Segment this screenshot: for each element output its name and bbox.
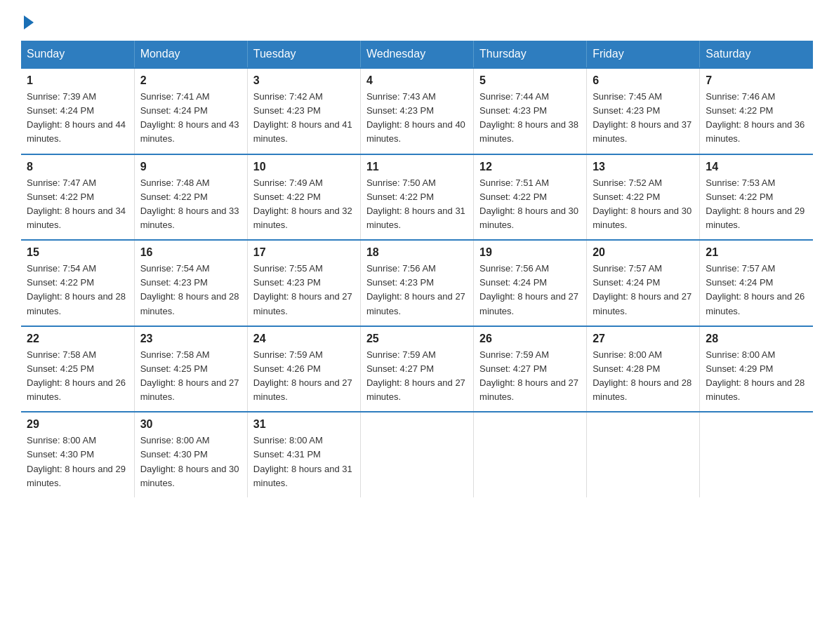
day-sun-info: Sunrise: 7:50 AMSunset: 4:22 PMDaylight:… bbox=[366, 176, 468, 233]
day-number: 14 bbox=[706, 161, 807, 173]
day-sun-info: Sunrise: 7:47 AMSunset: 4:22 PMDaylight:… bbox=[27, 176, 128, 233]
day-number: 13 bbox=[593, 161, 694, 173]
calendar-day-cell: 16Sunrise: 7:54 AMSunset: 4:23 PMDayligh… bbox=[134, 240, 247, 326]
day-number: 2 bbox=[140, 74, 241, 87]
day-number: 23 bbox=[140, 333, 241, 345]
day-of-week-header: Monday bbox=[134, 41, 247, 68]
day-of-week-header: Wednesday bbox=[360, 41, 473, 68]
calendar-day-cell: 4Sunrise: 7:43 AMSunset: 4:23 PMDaylight… bbox=[360, 68, 473, 154]
day-number: 25 bbox=[366, 333, 468, 345]
day-sun-info: Sunrise: 7:44 AMSunset: 4:23 PMDaylight:… bbox=[479, 90, 581, 147]
day-sun-info: Sunrise: 7:48 AMSunset: 4:22 PMDaylight:… bbox=[140, 176, 241, 233]
calendar-day-cell: 21Sunrise: 7:57 AMSunset: 4:24 PMDayligh… bbox=[700, 240, 813, 326]
day-sun-info: Sunrise: 8:00 AMSunset: 4:30 PMDaylight:… bbox=[140, 434, 241, 490]
day-number: 27 bbox=[593, 333, 694, 345]
calendar-table: SundayMondayTuesdayWednesdayThursdayFrid… bbox=[21, 41, 813, 497]
calendar-day-cell: 30Sunrise: 8:00 AMSunset: 4:30 PMDayligh… bbox=[134, 412, 247, 497]
calendar-day-cell: 26Sunrise: 7:59 AMSunset: 4:27 PMDayligh… bbox=[474, 326, 587, 412]
day-sun-info: Sunrise: 7:51 AMSunset: 4:22 PMDaylight:… bbox=[479, 176, 581, 233]
calendar-day-cell: 24Sunrise: 7:59 AMSunset: 4:26 PMDayligh… bbox=[247, 326, 360, 412]
day-sun-info: Sunrise: 7:58 AMSunset: 4:25 PMDaylight:… bbox=[140, 348, 241, 405]
day-number: 30 bbox=[140, 418, 241, 431]
calendar-day-cell bbox=[700, 412, 813, 497]
day-sun-info: Sunrise: 7:56 AMSunset: 4:23 PMDaylight:… bbox=[366, 262, 468, 318]
day-number: 15 bbox=[27, 246, 128, 259]
day-number: 11 bbox=[366, 161, 468, 173]
page-header bbox=[21, 14, 813, 27]
day-sun-info: Sunrise: 8:00 AMSunset: 4:28 PMDaylight:… bbox=[593, 348, 694, 405]
day-of-week-header: Sunday bbox=[21, 41, 134, 68]
day-number: 12 bbox=[479, 161, 581, 173]
day-sun-info: Sunrise: 7:58 AMSunset: 4:25 PMDaylight:… bbox=[27, 348, 128, 405]
day-number: 10 bbox=[253, 161, 355, 173]
day-number: 26 bbox=[479, 333, 581, 345]
day-number: 6 bbox=[593, 74, 694, 87]
day-sun-info: Sunrise: 7:55 AMSunset: 4:23 PMDaylight:… bbox=[253, 262, 355, 318]
day-sun-info: Sunrise: 7:57 AMSunset: 4:24 PMDaylight:… bbox=[706, 262, 807, 318]
calendar-day-cell: 25Sunrise: 7:59 AMSunset: 4:27 PMDayligh… bbox=[360, 326, 473, 412]
day-number: 28 bbox=[706, 333, 807, 345]
calendar-day-cell: 31Sunrise: 8:00 AMSunset: 4:31 PMDayligh… bbox=[247, 412, 360, 497]
day-sun-info: Sunrise: 8:00 AMSunset: 4:31 PMDaylight:… bbox=[253, 434, 355, 490]
calendar-day-cell: 8Sunrise: 7:47 AMSunset: 4:22 PMDaylight… bbox=[21, 154, 134, 241]
day-sun-info: Sunrise: 7:59 AMSunset: 4:27 PMDaylight:… bbox=[366, 348, 468, 405]
calendar-day-cell: 28Sunrise: 8:00 AMSunset: 4:29 PMDayligh… bbox=[700, 326, 813, 412]
day-number: 8 bbox=[27, 161, 128, 173]
calendar-day-cell: 17Sunrise: 7:55 AMSunset: 4:23 PMDayligh… bbox=[247, 240, 360, 326]
logo-arrow-icon bbox=[24, 15, 34, 29]
day-sun-info: Sunrise: 7:41 AMSunset: 4:24 PMDaylight:… bbox=[140, 90, 241, 147]
day-number: 21 bbox=[706, 246, 807, 259]
calendar-day-cell: 14Sunrise: 7:53 AMSunset: 4:22 PMDayligh… bbox=[700, 154, 813, 241]
day-number: 20 bbox=[593, 246, 694, 259]
calendar-day-cell: 22Sunrise: 7:58 AMSunset: 4:25 PMDayligh… bbox=[21, 326, 134, 412]
calendar-week-row: 1Sunrise: 7:39 AMSunset: 4:24 PMDaylight… bbox=[21, 68, 813, 154]
day-number: 3 bbox=[253, 74, 355, 87]
calendar-day-cell bbox=[474, 412, 587, 497]
day-sun-info: Sunrise: 7:52 AMSunset: 4:22 PMDaylight:… bbox=[593, 176, 694, 233]
logo bbox=[21, 14, 34, 27]
day-sun-info: Sunrise: 7:53 AMSunset: 4:22 PMDaylight:… bbox=[706, 176, 807, 233]
calendar-day-cell bbox=[587, 412, 700, 497]
day-sun-info: Sunrise: 7:49 AMSunset: 4:22 PMDaylight:… bbox=[253, 176, 355, 233]
calendar-day-cell: 1Sunrise: 7:39 AMSunset: 4:24 PMDaylight… bbox=[21, 68, 134, 154]
calendar-day-cell: 3Sunrise: 7:42 AMSunset: 4:23 PMDaylight… bbox=[247, 68, 360, 154]
day-number: 16 bbox=[140, 246, 241, 259]
day-number: 7 bbox=[706, 74, 807, 87]
calendar-week-row: 29Sunrise: 8:00 AMSunset: 4:30 PMDayligh… bbox=[21, 412, 813, 497]
day-number: 24 bbox=[253, 333, 355, 345]
day-number: 31 bbox=[253, 418, 355, 431]
day-sun-info: Sunrise: 7:39 AMSunset: 4:24 PMDaylight:… bbox=[27, 90, 128, 147]
day-number: 1 bbox=[27, 74, 128, 87]
logo-general bbox=[21, 14, 34, 29]
calendar-day-cell bbox=[360, 412, 473, 497]
calendar-day-cell: 6Sunrise: 7:45 AMSunset: 4:23 PMDaylight… bbox=[587, 68, 700, 154]
day-sun-info: Sunrise: 7:45 AMSunset: 4:23 PMDaylight:… bbox=[593, 90, 694, 147]
day-of-week-header: Friday bbox=[587, 41, 700, 68]
day-of-week-header: Tuesday bbox=[247, 41, 360, 68]
day-sun-info: Sunrise: 7:54 AMSunset: 4:23 PMDaylight:… bbox=[140, 262, 241, 318]
calendar-day-cell: 20Sunrise: 7:57 AMSunset: 4:24 PMDayligh… bbox=[587, 240, 700, 326]
day-number: 4 bbox=[366, 74, 468, 87]
day-sun-info: Sunrise: 7:54 AMSunset: 4:22 PMDaylight:… bbox=[27, 262, 128, 318]
day-sun-info: Sunrise: 8:00 AMSunset: 4:30 PMDaylight:… bbox=[27, 434, 128, 490]
calendar-day-cell: 15Sunrise: 7:54 AMSunset: 4:22 PMDayligh… bbox=[21, 240, 134, 326]
calendar-week-row: 15Sunrise: 7:54 AMSunset: 4:22 PMDayligh… bbox=[21, 240, 813, 326]
calendar-week-row: 22Sunrise: 7:58 AMSunset: 4:25 PMDayligh… bbox=[21, 326, 813, 412]
day-number: 19 bbox=[479, 246, 581, 259]
day-number: 9 bbox=[140, 161, 241, 173]
calendar-day-cell: 10Sunrise: 7:49 AMSunset: 4:22 PMDayligh… bbox=[247, 154, 360, 241]
day-sun-info: Sunrise: 7:42 AMSunset: 4:23 PMDaylight:… bbox=[253, 90, 355, 147]
day-sun-info: Sunrise: 7:46 AMSunset: 4:22 PMDaylight:… bbox=[706, 90, 807, 147]
calendar-day-cell: 12Sunrise: 7:51 AMSunset: 4:22 PMDayligh… bbox=[474, 154, 587, 241]
day-sun-info: Sunrise: 7:43 AMSunset: 4:23 PMDaylight:… bbox=[366, 90, 468, 147]
calendar-day-cell: 23Sunrise: 7:58 AMSunset: 4:25 PMDayligh… bbox=[134, 326, 247, 412]
day-sun-info: Sunrise: 7:56 AMSunset: 4:24 PMDaylight:… bbox=[479, 262, 581, 318]
day-of-week-header: Thursday bbox=[474, 41, 587, 68]
calendar-day-cell: 7Sunrise: 7:46 AMSunset: 4:22 PMDaylight… bbox=[700, 68, 813, 154]
calendar-header-row: SundayMondayTuesdayWednesdayThursdayFrid… bbox=[21, 41, 813, 68]
day-sun-info: Sunrise: 7:59 AMSunset: 4:26 PMDaylight:… bbox=[253, 348, 355, 405]
day-number: 5 bbox=[479, 74, 581, 87]
calendar-day-cell: 18Sunrise: 7:56 AMSunset: 4:23 PMDayligh… bbox=[360, 240, 473, 326]
day-of-week-header: Saturday bbox=[700, 41, 813, 68]
calendar-day-cell: 9Sunrise: 7:48 AMSunset: 4:22 PMDaylight… bbox=[134, 154, 247, 241]
